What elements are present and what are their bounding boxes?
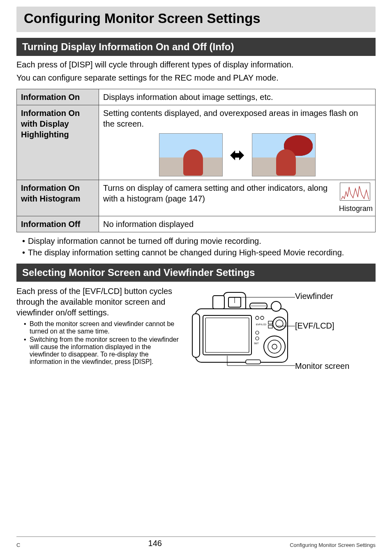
example-photo-left [159,133,223,176]
camera-back-icon: EVF/LCD SET [188,285,295,371]
svg-point-18 [272,344,277,349]
histogram-caption: Histogram [339,204,371,213]
highlight-example-images: ⬌ [103,133,371,176]
section2-heading: Selecting Monitor Screen and Viewfinder … [16,264,376,282]
callout-evf-lcd: [EVF/LCD] [295,321,334,331]
example-photo-right [252,133,316,176]
page-footer: C 146 Configuring Monitor Screen Setting… [16,536,376,548]
footer-left: C [16,542,20,548]
svg-point-10 [261,316,264,320]
section1-note-0: Display information cannot be turned off… [22,236,376,246]
row1-cell: Setting contents displayed, and overexpo… [99,105,376,180]
info-modes-table: Information On Displays information abou… [16,89,376,232]
row1-label: Information On with Display Highlighting [17,105,99,180]
svg-rect-1 [192,314,200,357]
row2-cell: Turns on display of camera setting and o… [99,180,376,216]
row1-desc: Setting contents displayed, and overexpo… [103,108,371,129]
section1-intro-line1: Each press of [DISP] will cycle through … [16,59,376,70]
svg-point-9 [256,316,259,320]
footer-page-number: 146 [148,539,162,548]
camera-diagram: EVF/LCD SET [188,285,376,373]
svg-point-6 [271,301,281,311]
page-title-wrap: Configuring Monitor Screen Settings [16,7,376,32]
section2-bullet-0: Both the monitor screen and viewfinder c… [24,320,181,335]
section1-notes: Display information cannot be turned off… [16,236,376,258]
row0-label: Information On [17,89,99,105]
histogram-graphic: Histogram [339,183,371,213]
arrow-both-icon: ⬌ [230,146,244,164]
row3-desc: No information displayed [99,216,376,232]
histogram-icon [340,183,370,201]
row3-label: Information Off [17,216,99,232]
row0-desc: Displays information about image setting… [99,89,376,105]
section2-bullets: Both the monitor screen and viewfinder c… [16,320,181,366]
svg-text:SET: SET [254,342,259,345]
table-row: Information Off No information displayed [17,216,376,232]
svg-text:EVF/LCD: EVF/LCD [256,323,267,326]
callout-viewfinder: Viewfinder [295,292,333,301]
table-row: Information On with Histogram Turns on d… [17,180,376,216]
page-title: Configuring Monitor Screen Settings [19,9,373,28]
section1-heading: Turning Display Information On and Off (… [16,38,376,56]
section2-bullet-1: Switching from the monitor screen to the… [24,336,181,366]
row2-desc: Turns on display of camera setting and o… [103,183,335,204]
table-row: Information On Displays information abou… [17,89,376,105]
row2-label: Information On with Histogram [17,180,99,216]
callout-monitor: Monitor screen [295,361,349,371]
table-row: Information On with Display Highlighting… [17,105,376,180]
svg-rect-12 [268,321,272,324]
svg-rect-13 [268,325,272,328]
svg-point-20 [256,337,259,340]
svg-rect-22 [246,360,261,364]
section2-intro: Each press of the [EVF/LCD] button cycle… [16,286,181,318]
svg-rect-3 [213,296,224,309]
section1-intro-line2: You can configure separate settings for … [16,72,376,83]
section2-text-column: Each press of the [EVF/LCD] button cycle… [16,285,181,366]
section1-note-1: The display information setting cannot b… [22,247,376,258]
footer-right: Configuring Monitor Screen Settings [290,542,376,548]
svg-point-19 [256,331,259,334]
svg-rect-8 [205,318,249,352]
